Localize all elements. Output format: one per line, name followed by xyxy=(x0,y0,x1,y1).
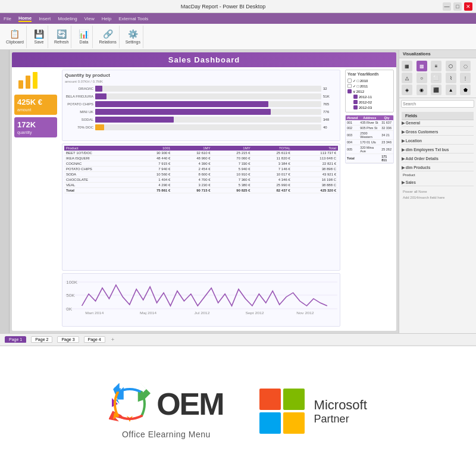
tab-help[interactable]: Help xyxy=(102,16,111,21)
checkbox-2012-11[interactable] xyxy=(353,95,358,99)
field-group-title: ▶ General xyxy=(402,120,474,127)
minimize-button[interactable]: — xyxy=(443,2,451,11)
bar-label: POTATO CHIPS xyxy=(65,102,93,106)
toolbar-data[interactable]: 📊 Data xyxy=(75,26,93,48)
page-tab-2[interactable]: Page 2 xyxy=(31,336,52,343)
svg-text:Nov 2012: Nov 2012 xyxy=(296,311,314,315)
bar-label: SODAL xyxy=(65,118,93,121)
col-1my: 1MY xyxy=(172,146,212,151)
svg-text:Sept 2012: Sept 2012 xyxy=(245,311,264,315)
checkbox-2012-03[interactable] xyxy=(353,105,358,109)
field-group-location2: ▶ Location xyxy=(402,138,474,145)
filter-item-2011[interactable]: ✓ □ 2011 xyxy=(347,83,392,89)
tab-external-tools[interactable]: External Tools xyxy=(118,16,148,21)
toolbar-save[interactable]: 💾 Save xyxy=(30,26,48,48)
page-tab-1[interactable]: Page 1 xyxy=(5,336,26,343)
field-group-title: ▶ dim Products xyxy=(402,165,474,171)
viz-icon-kpi[interactable]: ⋮ xyxy=(460,73,471,83)
kpi-quantity-value: 172K xyxy=(17,120,54,129)
checkbox-2012-02[interactable] xyxy=(353,100,358,104)
table-row: POTATO CHIPS7 940 €2 454 €5 940 €7 146 €… xyxy=(64,167,338,172)
viz-icon-line[interactable]: ▩ xyxy=(416,61,427,71)
viz-icon-waterfall[interactable]: ⬛ xyxy=(431,84,441,95)
viz-icon-table[interactable]: ○ xyxy=(416,73,427,83)
search-input[interactable] xyxy=(401,100,474,108)
filter-2012-03[interactable]: 2012-03 xyxy=(353,105,392,110)
ms-square-red xyxy=(259,389,281,410)
viz-icon-treemap[interactable]: ⬟ xyxy=(460,84,471,95)
ms-text: Microsoft Partner xyxy=(314,397,367,425)
kpi-quantity: 172K quantity xyxy=(14,117,57,137)
filter-label-2010: ✓ □ 2010 xyxy=(353,79,368,83)
bar-label: MINI UK xyxy=(65,110,93,114)
filter-item-2012[interactable]: ∨ 2012 xyxy=(347,89,392,94)
dashboard-center: Quantity by product amount 0.07KH / 0.7M… xyxy=(60,67,343,329)
viz-icon-pie[interactable]: ◌ xyxy=(460,61,471,71)
svg-text:100K: 100K xyxy=(66,280,77,284)
filter-label-2012-11: 2012-11 xyxy=(359,95,372,99)
toolbar-relations[interactable]: 🔗 Relations xyxy=(96,26,119,48)
toolbar-refresh[interactable]: 🔄 Refresh xyxy=(52,26,72,48)
bar-container xyxy=(95,101,321,107)
filter-2012-02[interactable]: 2012-02 xyxy=(353,99,392,105)
bar-row: BELA FRIDJURA 51K xyxy=(65,93,337,99)
page-tab-3[interactable]: Page 3 xyxy=(57,336,79,343)
field-group-date: ▶ dim Employees Txt bus xyxy=(402,147,474,154)
tab-view[interactable]: View xyxy=(84,16,95,21)
viz-icon-gauge[interactable]: ◉ xyxy=(416,84,427,95)
addr-col-quantity: Qty xyxy=(380,115,393,120)
filter-2012-11[interactable]: 2012-11 xyxy=(353,94,392,99)
checkbox-2012[interactable] xyxy=(347,89,352,93)
kpi-panel: 425K € amount 172K quantity xyxy=(12,67,60,329)
bar-chart: DRAO/IC 32 BELA FRIDJURA xyxy=(65,86,337,130)
field-group-customers: ▶ Gross Customers xyxy=(402,129,474,136)
bar-row: POTATO CHIPS 765 xyxy=(65,101,337,107)
filter-note: Power all None xyxy=(402,189,474,195)
address-table-inner: #brand Address Qty 001435 River St31 637… xyxy=(346,115,393,163)
line-chart-section: 100K 50K 0K Mart 2014 Maj 2014 Jul 2012 … xyxy=(62,273,340,327)
close-button[interactable]: ✕ xyxy=(464,2,472,11)
viz-icon-card[interactable]: ⌇ xyxy=(446,73,456,83)
svg-text:50K: 50K xyxy=(66,293,74,298)
field-item-product[interactable]: Product xyxy=(402,173,474,177)
bar-value: 40 xyxy=(323,126,337,129)
page-tab-4[interactable]: Page 4 xyxy=(84,336,105,343)
tab-modeling[interactable]: Modeling xyxy=(58,16,77,21)
kpi-amount: 425K € amount xyxy=(14,95,57,115)
checkbox-2011[interactable] xyxy=(347,84,352,88)
add-page-button[interactable]: ＋ xyxy=(110,336,115,343)
kpi-quantity-label: quantity xyxy=(17,130,54,134)
viz-icon-bar[interactable]: ▦ xyxy=(402,61,412,71)
relations-icon: 🔗 xyxy=(103,29,113,39)
oem-brand-text: OEM xyxy=(156,389,223,419)
year-filter: Year YearMonth ✓ □ 2010 ✓ □ 2011 xyxy=(345,70,394,112)
viz-icon-map[interactable]: △ xyxy=(402,73,412,83)
viz-icon-scatter[interactable]: ⬡ xyxy=(446,61,456,71)
table-row: BEET 1OT/DOC30 300 €32 610 €25 215 €25 6… xyxy=(64,151,338,156)
table-total-row: Total171 811 xyxy=(346,154,393,163)
maximize-button[interactable]: □ xyxy=(453,2,462,11)
data-table: Product 1001 1MY 1MY TOTAL Total xyxy=(64,146,338,193)
bar-chart-subtitle: amount 0.07KH / 0.7MK xyxy=(65,80,337,83)
bar-row: 70% DOC 40 xyxy=(65,124,337,130)
tab-file[interactable]: File xyxy=(4,16,11,21)
viz-icon-slicer[interactable]: ◈ xyxy=(402,84,412,95)
bar-value: 51K xyxy=(323,95,337,98)
bar-fill xyxy=(95,86,102,92)
bar-fill xyxy=(95,93,107,99)
toolbar-settings[interactable]: ⚙️ Settings xyxy=(123,26,143,48)
viz-icon-funnel[interactable]: ▲ xyxy=(446,84,456,95)
filter-item-2010[interactable]: ✓ □ 2010 xyxy=(347,78,392,83)
tab-insert[interactable]: Insert xyxy=(39,16,51,21)
bottom-section: OEM Office Elearning Menu Microsoft Part… xyxy=(0,345,476,476)
viz-icon-area[interactable]: ≡ xyxy=(431,61,441,71)
viz-icon-matrix[interactable]: ⬜ xyxy=(431,73,441,83)
kpi-amount-value: 425K € xyxy=(17,98,54,107)
address-table: #brand Address Qty 001435 River St31 637… xyxy=(345,115,394,164)
field-group-title: ▶ Sales xyxy=(402,180,474,186)
bar-container xyxy=(95,86,321,92)
checkbox-2010[interactable] xyxy=(347,79,352,83)
dashboard-inner: Sales Dashboard xyxy=(12,52,396,331)
tab-home[interactable]: Home xyxy=(18,15,32,22)
bar-fill xyxy=(95,101,268,107)
